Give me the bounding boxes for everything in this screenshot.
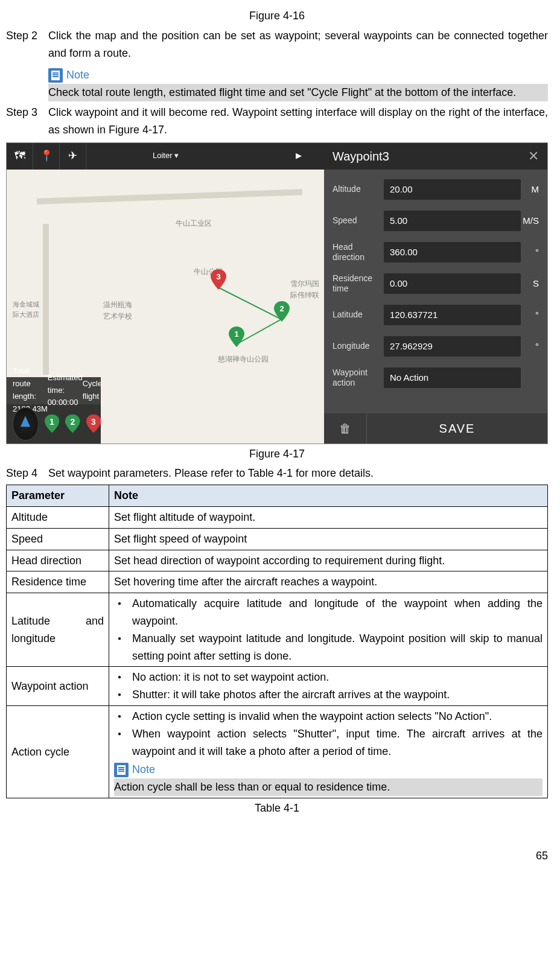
delete-button[interactable]: 🗑 xyxy=(324,413,366,444)
param-label: Latitude xyxy=(332,310,384,320)
param-label: Residence time xyxy=(332,273,384,294)
estimated-time: Estimated time: 00:00:00 xyxy=(48,372,83,409)
map-area[interactable]: 牛山工业区 牛山公园 慈湖禅寺山公园 温州瓯海 艺术学校 雪尔玛国 际伟绅联 海… xyxy=(7,170,324,444)
note-label: Note xyxy=(132,761,155,778)
map-label: 海金城城 际大酒店 xyxy=(13,299,39,320)
note-icon xyxy=(114,763,129,777)
map-icon[interactable]: 🗺 xyxy=(7,143,33,170)
param-unit: ° xyxy=(521,339,539,354)
param-row: Waypoint action No Action xyxy=(332,368,539,388)
param-row: Head direction 360.00 ° xyxy=(332,242,539,262)
close-icon[interactable]: ✕ xyxy=(528,145,539,167)
panel-title: Waypoint3 xyxy=(332,147,389,166)
table-row: Latitudeandlongitude Automatically acqui… xyxy=(7,593,548,667)
param-label: Head direction xyxy=(332,242,384,262)
save-button[interactable]: SAVE xyxy=(366,413,547,444)
step-3-label: Step 3 xyxy=(6,104,48,139)
footer-pin-3[interactable]: 3 xyxy=(86,412,101,436)
loiter-label[interactable]: Loiter ▾ xyxy=(153,150,179,162)
table-row: Head directionSet head direction of wayp… xyxy=(7,550,548,571)
map-label: 温州瓯海 艺术学校 xyxy=(103,299,132,322)
action-cycle-note: Action cycle shall be less than or equal… xyxy=(114,778,542,796)
map-label: 牛山工业区 xyxy=(176,218,212,229)
step-4: Step 4 Set waypoint parameters. Please r… xyxy=(6,465,548,482)
param-input[interactable]: 27.962929 xyxy=(384,336,521,357)
step-3: Step 3 Click waypoint and it will become… xyxy=(6,104,548,139)
table-row: Waypoint action No action: it is not to … xyxy=(7,667,548,706)
note-label: Note xyxy=(66,66,89,84)
table-row: AltitudeSet flight altitude of waypoint. xyxy=(7,506,548,528)
table-row: SpeedSet flight speed of waypoint xyxy=(7,528,548,550)
map-label: 慈湖禅寺山公园 xyxy=(218,354,269,365)
parameter-table: Parameter Note AltitudeSet flight altitu… xyxy=(6,485,548,798)
table-header-note: Note xyxy=(109,485,548,507)
param-input[interactable]: 120.637721 xyxy=(384,305,521,325)
step-2-text: Click the map and the position can be se… xyxy=(48,27,548,62)
param-input[interactable]: No Action xyxy=(384,368,521,388)
param-unit: M xyxy=(521,182,539,197)
param-input[interactable]: 5.00 xyxy=(384,211,521,231)
param-label: Longitude xyxy=(332,341,384,351)
param-input[interactable]: 0.00 xyxy=(384,273,521,294)
param-unit: ° xyxy=(521,308,539,322)
figure-caption-mid: Figure 4-17 xyxy=(6,445,548,463)
waypoint-pin-3[interactable]: 3 xyxy=(211,269,226,290)
waypoint-panel: Waypoint3 ✕ Altitude 20.00 MSpeed 5.00 M… xyxy=(324,143,547,444)
waypoint-tool-icon[interactable]: 📍 xyxy=(33,143,60,170)
param-input[interactable]: 360.00 xyxy=(384,242,521,262)
footer-pin-2[interactable]: 2 xyxy=(65,412,80,436)
param-row: Longitude 27.962929 ° xyxy=(332,336,539,357)
param-row: Altitude 20.00 M xyxy=(332,179,539,200)
waypoint-pin-1[interactable]: 1 xyxy=(229,326,244,347)
step-2: Step 2 Click the map and the position ca… xyxy=(6,27,548,101)
step-4-label: Step 4 xyxy=(6,465,48,482)
note-icon xyxy=(48,68,63,83)
waypoint-pin-2[interactable]: 2 xyxy=(274,301,290,322)
table-caption: Table 4-1 xyxy=(6,800,548,817)
step-4-text: Set waypoint parameters. Please refer to… xyxy=(48,465,548,482)
step-3-text: Click waypoint and it will become red. W… xyxy=(48,104,548,139)
page-number: 65 xyxy=(6,847,548,865)
param-input[interactable]: 20.00 xyxy=(384,179,521,200)
table-row: Action cycle Action cycle setting is inv… xyxy=(7,705,548,798)
param-label: Speed xyxy=(332,215,384,226)
cycle-flight[interactable]: Cycle flight xyxy=(83,378,103,403)
param-unit: ° xyxy=(521,245,539,259)
app-screenshot: 🗺 📍 ✈ Loiter ▾ ▶ 牛山工业区 牛山公园 慈湖禅寺山公园 温州瓯海… xyxy=(6,142,548,444)
table-header-parameter: Parameter xyxy=(7,485,109,507)
step-2-label: Step 2 xyxy=(6,27,48,101)
param-label: Waypoint action xyxy=(332,368,384,388)
map-footer: Total route length: 2183.43M Estimated t… xyxy=(7,377,101,444)
param-row: Residence time 0.00 S xyxy=(332,273,539,294)
step-2-body: Click the map and the position can be se… xyxy=(48,27,548,101)
table-row: Residence timeSet hovering time after th… xyxy=(7,571,548,593)
compass-icon[interactable] xyxy=(13,407,39,441)
param-row: Speed 5.00 M/S xyxy=(332,211,539,231)
param-row: Latitude 120.637721 ° xyxy=(332,305,539,325)
aircraft-icon[interactable]: ✈ xyxy=(60,143,86,170)
param-unit: M/S xyxy=(521,214,539,228)
footer-pin-1[interactable]: 1 xyxy=(45,412,59,436)
param-label: Altitude xyxy=(332,184,384,194)
map-label: 雪尔玛国 际伟绅联 xyxy=(290,278,319,301)
figure-caption-top: Figure 4-16 xyxy=(6,7,548,25)
play-icon[interactable]: ▶ xyxy=(285,143,312,170)
step-2-note-text: Check total route length, estimated flig… xyxy=(48,84,548,101)
param-unit: S xyxy=(521,276,539,291)
step-2-note: Note Check total route length, estimated… xyxy=(48,66,548,101)
